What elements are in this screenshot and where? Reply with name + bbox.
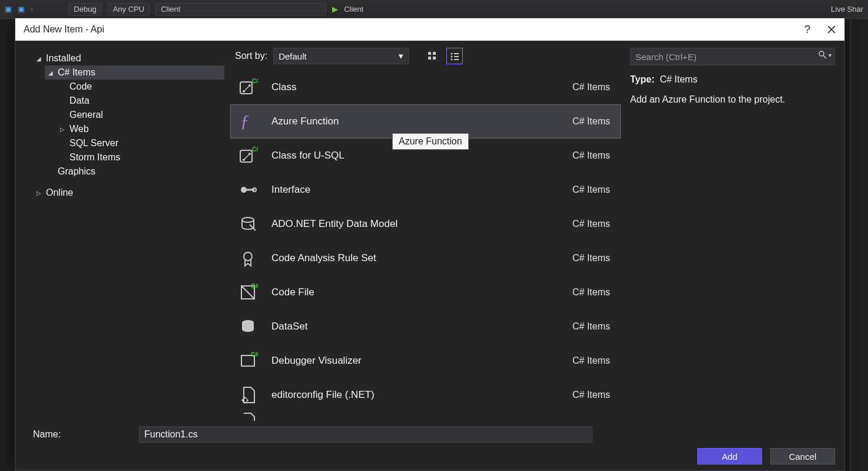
type-label: Type: [630, 74, 654, 84]
template-category: C# Items [572, 150, 610, 161]
category-tree: ◢ Installed ◢ C# Items CodeDataGeneral▷W… [15, 41, 230, 421]
template-item[interactable]: Code Analysis Rule SetC# Items [230, 241, 621, 275]
tree-graphics[interactable]: Graphics [45, 164, 224, 179]
template-description: Add an Azure Function to the project. [630, 93, 835, 107]
platform-dropdown[interactable]: Any CPU [108, 3, 150, 16]
svg-rect-3 [433, 57, 436, 60]
right-sidebar [850, 19, 868, 471]
template-category: C# Items [572, 219, 610, 229]
svg-line-31 [823, 55, 826, 58]
template-name: ADO.NET Entity Data Model [271, 218, 561, 230]
config-dropdown[interactable]: Debug [68, 3, 101, 16]
template-list[interactable]: C#ClassC# ItemsƒAzure FunctionC# ItemsC#… [230, 70, 621, 421]
tree-item[interactable]: Code [57, 80, 224, 94]
search-icon[interactable]: ▾ [818, 50, 831, 60]
svg-point-4 [451, 53, 453, 55]
template-category: C# Items [572, 82, 610, 93]
template-item[interactable] [230, 412, 621, 421]
template-name: DataSet [271, 321, 561, 332]
svg-rect-0 [428, 52, 431, 55]
dataset-icon [236, 315, 260, 338]
name-label: Name: [33, 429, 127, 440]
template-name: Code File [271, 286, 561, 298]
template-category: C# Items [572, 390, 610, 400]
main-toolbar: ▣ ▣ › Debug Any CPU Client ▶ Client Live… [0, 0, 868, 19]
template-name: Class for U-SQL [271, 150, 561, 162]
list-view-button[interactable] [446, 48, 463, 64]
tree-item[interactable]: General [57, 108, 224, 122]
template-item[interactable]: C#Code FileC# Items [230, 275, 621, 309]
interface-icon [236, 178, 260, 202]
template-name: Class [271, 81, 561, 93]
svg-rect-7 [454, 56, 459, 57]
tree-item[interactable]: Storm Items [57, 150, 224, 164]
tree-installed[interactable]: ◢ Installed [33, 51, 224, 65]
live-share[interactable]: Live Shar [831, 5, 863, 14]
template-item[interactable]: InterfaceC# Items [230, 173, 621, 207]
debugvis-icon: C# [236, 349, 260, 373]
template-name: Code Analysis Rule Set [271, 252, 561, 264]
template-category: C# Items [572, 321, 610, 332]
template-item[interactable]: DataSetC# Items [230, 309, 621, 344]
svg-text:C#: C# [252, 78, 258, 84]
template-name: Azure Function [271, 116, 561, 127]
template-item[interactable]: C#Class for U-SQLC# Items [230, 139, 621, 173]
sort-dropdown[interactable]: Default ▾ [273, 48, 409, 64]
template-item[interactable]: ƒAzure FunctionC# Items [230, 104, 621, 139]
template-item[interactable]: editorconfig File (.NET)C# Items [230, 378, 621, 412]
name-input[interactable] [139, 426, 592, 443]
close-button[interactable] [827, 25, 836, 34]
type-value: C# Items [660, 74, 697, 84]
tree-item[interactable]: ▷Web [57, 122, 224, 136]
svg-point-6 [451, 56, 453, 58]
svg-point-19 [241, 187, 247, 193]
template-name: Debugger Visualizer [271, 355, 561, 367]
template-category: C# Items [572, 116, 610, 127]
svg-rect-15 [240, 150, 252, 162]
description-panel: ▾ Type: C# Items Add an Azure Function t… [621, 41, 844, 421]
template-name: Interface [271, 184, 561, 196]
svg-rect-5 [454, 53, 459, 54]
tree-item[interactable]: SQL Server [57, 136, 224, 150]
tree-item[interactable]: Data [57, 94, 224, 108]
chevron-down-icon: ▾ [399, 51, 403, 61]
svg-text:C#: C# [251, 351, 258, 358]
azurefunc-icon: ƒ [236, 110, 260, 133]
cancel-button[interactable]: Cancel [770, 448, 835, 465]
template-item[interactable]: ADO.NET Entity Data ModelC# Items [230, 207, 621, 241]
dialog-titlebar: Add New Item - Api ? [15, 18, 844, 41]
add-button[interactable]: Add [697, 448, 762, 465]
startup-dropdown[interactable]: Client [155, 3, 326, 16]
template-panel: Sort by: Default ▾ C#ClassC# ItemsƒAzure… [230, 41, 621, 421]
svg-rect-1 [433, 52, 436, 55]
svg-text:C#: C# [252, 146, 258, 153]
entity-icon [236, 212, 260, 236]
tree-csharp-items[interactable]: ◢ C# Items [45, 65, 224, 80]
svg-point-22 [242, 218, 254, 222]
template-item[interactable]: C#Debugger VisualizerC# Items [230, 344, 621, 378]
svg-point-30 [819, 51, 824, 56]
grid-view-button[interactable] [424, 48, 440, 64]
sort-label: Sort by: [235, 51, 267, 61]
file-icon [236, 406, 260, 421]
codefile-icon: C# [236, 281, 260, 304]
run-button[interactable]: Client [344, 5, 363, 14]
template-category: C# Items [572, 253, 610, 264]
search-input[interactable] [630, 48, 835, 65]
svg-text:C#: C# [251, 283, 258, 289]
help-button[interactable]: ? [804, 24, 810, 36]
svg-point-23 [244, 252, 252, 261]
svg-rect-10 [240, 82, 252, 94]
add-new-item-dialog: Add New Item - Api ? ◢ Installed ◢ C# It… [15, 18, 845, 471]
editorconfig-icon [236, 383, 260, 407]
template-category: C# Items [572, 287, 610, 298]
template-item[interactable]: C#ClassC# Items [230, 70, 621, 104]
class-icon: C# [236, 75, 260, 99]
template-name: editorconfig File (.NET) [271, 389, 561, 401]
svg-point-8 [451, 59, 453, 61]
svg-rect-2 [428, 57, 431, 60]
ruleset-icon [236, 246, 260, 270]
template-category: C# Items [572, 185, 610, 195]
tree-online[interactable]: ▷ Online [33, 186, 224, 200]
dialog-title: Add New Item - Api [24, 24, 104, 35]
